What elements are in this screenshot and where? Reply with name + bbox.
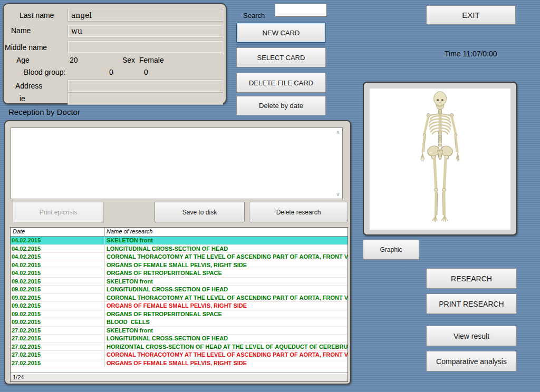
row-research-name: CORONAL THORACOTOMY AT THE LEVEL OF ASCE…: [105, 294, 348, 302]
ie-label: ie: [20, 94, 25, 103]
search-input[interactable]: [275, 4, 327, 17]
research-button[interactable]: RESEARCH: [426, 268, 517, 289]
column-header-date[interactable]: Date: [11, 228, 105, 236]
column-header-name[interactable]: Name of research: [105, 228, 348, 236]
row-research-name: BLOOD CELLS: [105, 318, 348, 326]
research-table: Date Name of research 04.02.2015SKELETON…: [10, 227, 348, 382]
row-research-name: SKELETON front: [105, 237, 348, 244]
row-research-name: SKELETON front: [105, 278, 348, 286]
exit-button[interactable]: EXIT: [426, 5, 516, 25]
row-date: 04.02.2015: [11, 245, 105, 253]
search-label: Search: [243, 12, 265, 19]
row-research-name: LONGITUDINAL CROSS-SECTION OF HEAD: [105, 245, 348, 253]
row-date: 09.02.2015: [11, 302, 105, 310]
print-epicrisis-button[interactable]: Print epicrisis: [13, 202, 104, 222]
name-field[interactable]: [68, 25, 223, 37]
time-display: Time 11:07/0:00: [445, 50, 497, 58]
scroll-down-icon[interactable]: ∨: [335, 192, 341, 197]
anatomy-preview-canvas: [370, 89, 510, 230]
row-date: 09.02.2015: [11, 318, 105, 326]
row-date: 27.02.2015: [11, 335, 105, 342]
reception-title: Reception by Doctor: [8, 107, 80, 116]
row-research-name: SKELETON front: [105, 327, 348, 335]
comparative-analysis-button[interactable]: Comparative analysis: [426, 351, 517, 371]
doctor-notes-area[interactable]: ∧ ∨: [11, 128, 343, 199]
row-date: 09.02.2015: [11, 294, 105, 302]
table-row[interactable]: 27.02.2015HORIZONTAL CROSS-SECTION OF HE…: [11, 343, 348, 351]
row-date: 04.02.2015: [11, 261, 105, 269]
row-research-name: ORGANS OF FEMALE SMALL PELVIS, RIGHT SID…: [105, 302, 348, 310]
reception-panel: ∧ ∨ Print epicrisis Save to disk Delete …: [4, 120, 351, 385]
age-value: 20: [70, 56, 78, 64]
age-label: Age: [16, 56, 30, 64]
table-row[interactable]: 27.02.2015CORONAL THORACOTOMY AT THE LEV…: [11, 351, 348, 359]
row-research-name: ORGANS OF FEMALE SMALL PELVIS, RIGHT SID…: [105, 261, 348, 269]
select-card-button[interactable]: SELECT CARD: [236, 47, 326, 67]
row-date: 27.02.2015: [11, 351, 105, 359]
table-row[interactable]: 09.02.2015ORGANS OF FEMALE SMALL PELVIS,…: [11, 302, 348, 310]
sex-value: Female: [139, 56, 164, 64]
row-research-name: ORGANS OF FEMALE SMALL PELVIS, RIGHT SID…: [105, 359, 348, 367]
last-name-field[interactable]: [68, 9, 223, 21]
anatomy-preview-panel: [363, 82, 517, 236]
row-date: 04.02.2015: [11, 237, 105, 244]
row-research-name: LONGITUDINAL CROSS-SECTION OF HEAD: [105, 335, 348, 342]
ie-field[interactable]: [68, 93, 223, 104]
row-date: 27.02.2015: [11, 343, 105, 351]
blood-group-label: Blood group:: [24, 68, 65, 76]
row-date: 27.02.2015: [11, 327, 105, 335]
row-research-name: CORONAL THORACOTOMY AT THE LEVEL OF ASCE…: [105, 253, 348, 261]
patient-card-panel: Last name Name Middle name Age 20 Sex Fe…: [3, 3, 227, 104]
row-research-name: ORGANS OF RETROPERITONEAL SPACE: [105, 310, 348, 318]
table-row[interactable]: 27.02.2015SKELETON front: [11, 327, 348, 335]
row-research-name: LONGITUDINAL CROSS-SECTION OF HEAD: [105, 286, 348, 293]
table-row[interactable]: 09.02.2015SKELETON front: [11, 278, 348, 286]
row-research-name: ORGANS OF RETROPERITONEAL SPACE: [105, 269, 348, 277]
sex-label: Sex: [122, 56, 135, 64]
address-label: Address: [15, 82, 42, 90]
research-table-header: Date Name of research: [11, 228, 348, 237]
row-date: 09.02.2015: [11, 310, 105, 318]
delete-research-button[interactable]: Delete research: [249, 202, 348, 222]
graphic-button[interactable]: Graphic: [363, 240, 419, 260]
print-research-button[interactable]: PRINT RESEARCH: [426, 293, 517, 314]
row-date: 04.02.2015: [11, 269, 105, 277]
last-name-label: Last name: [20, 11, 54, 19]
table-row[interactable]: 27.02.2015ORGANS OF FEMALE SMALL PELVIS,…: [11, 359, 348, 368]
blood-group-value-1: 0: [109, 68, 113, 76]
table-status-bar: 1/24: [11, 373, 348, 381]
middle-name-field[interactable]: [68, 41, 223, 53]
address-field[interactable]: [68, 80, 223, 92]
research-table-body: 04.02.2015SKELETON front04.02.2015LONGIT…: [11, 237, 348, 367]
row-research-name: CORONAL THORACOTOMY AT THE LEVEL OF ASCE…: [105, 351, 348, 359]
delete-by-date-button[interactable]: Delete by date: [236, 96, 326, 115]
table-row[interactable]: 09.02.2015BLOOD CELLS: [11, 318, 348, 327]
application-window: { "patient": { "last_name_label": "Last …: [0, 0, 540, 392]
middle-name-label: Middle name: [5, 43, 47, 52]
table-row[interactable]: 04.02.2015ORGANS OF RETROPERITONEAL SPAC…: [11, 269, 348, 278]
table-row[interactable]: 27.02.2015LONGITUDINAL CROSS-SECTION OF …: [11, 335, 348, 343]
name-label: Name: [11, 26, 31, 35]
row-date: 04.02.2015: [11, 253, 105, 261]
table-row[interactable]: 04.02.2015ORGANS OF FEMALE SMALL PELVIS,…: [11, 261, 348, 270]
row-date: 09.02.2015: [11, 278, 105, 286]
table-row[interactable]: 04.02.2015CORONAL THORACOTOMY AT THE LEV…: [11, 253, 348, 261]
row-research-name: HORIZONTAL CROSS-SECTION OF HEAD AT THE …: [105, 343, 348, 351]
scroll-up-icon[interactable]: ∧: [335, 130, 341, 135]
new-card-button[interactable]: NEW CARD: [236, 23, 326, 43]
delete-file-card-button[interactable]: DELETE FILE CARD: [236, 73, 326, 93]
table-row[interactable]: 09.02.2015ORGANS OF RETROPERITONEAL SPAC…: [11, 310, 348, 319]
table-row[interactable]: 09.02.2015LONGITUDINAL CROSS-SECTION OF …: [11, 286, 348, 294]
row-date: 09.02.2015: [11, 286, 105, 293]
blood-group-value-2: 0: [144, 68, 148, 76]
table-row[interactable]: 09.02.2015CORONAL THORACOTOMY AT THE LEV…: [11, 294, 348, 302]
row-date: 27.02.2015: [11, 359, 105, 367]
skeleton-front-image: [370, 89, 510, 230]
view-result-button[interactable]: View result: [426, 326, 517, 346]
save-to-disk-button[interactable]: Save to disk: [155, 202, 245, 222]
table-row[interactable]: 04.02.2015LONGITUDINAL CROSS-SECTION OF …: [11, 245, 348, 253]
table-row[interactable]: 04.02.2015SKELETON front: [11, 237, 348, 245]
